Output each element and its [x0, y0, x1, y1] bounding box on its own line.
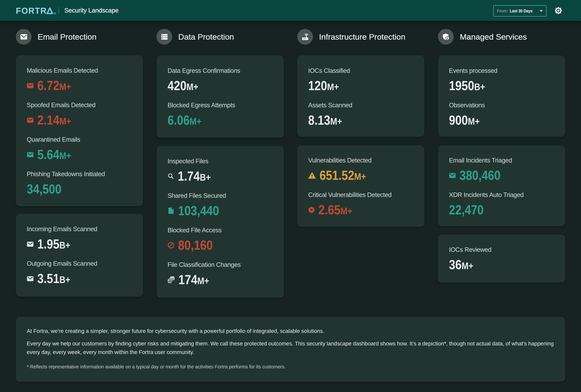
svg-text:FORTR: FORTR	[16, 6, 47, 16]
svg-text:TM: TM	[53, 12, 56, 14]
